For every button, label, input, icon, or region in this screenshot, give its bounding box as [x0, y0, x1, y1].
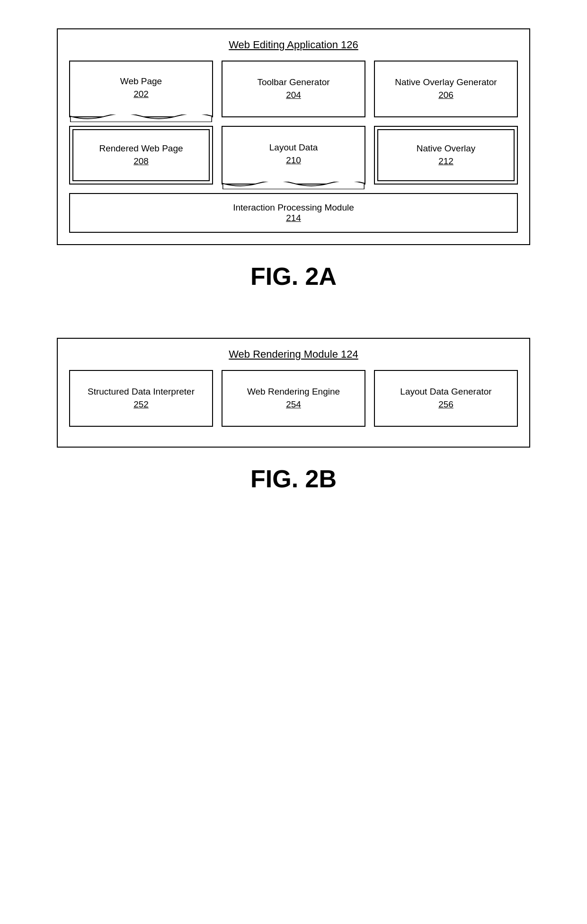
structured-data-interpreter-252-label: Structured Data Interpreter252 — [88, 386, 195, 411]
native-overlay-generator-206-label: Native Overlay Generator206 — [395, 76, 497, 101]
fig2a-section: Web Editing Application 126 Web Page202 … — [57, 28, 530, 309]
toolbar-generator-204-label: Toolbar Generator204 — [257, 76, 329, 101]
row2-grid: Rendered Web Page208 Layout Data210 Nati… — [69, 126, 518, 185]
layout-data-210-box: Layout Data210 — [222, 126, 365, 185]
fig2a-label: FIG. 2A — [57, 262, 530, 290]
native-overlay-generator-206-box: Native Overlay Generator206 — [374, 61, 518, 117]
layout-data-generator-256-label: Layout Data Generator256 — [400, 386, 491, 411]
rendered-web-page-208-box: Rendered Web Page208 — [72, 129, 210, 181]
wave-202 — [70, 114, 212, 122]
toolbar-generator-204-box: Toolbar Generator204 — [222, 61, 365, 117]
fig2b-row1-grid: Structured Data Interpreter252 Web Rende… — [69, 370, 518, 427]
interaction-processing-module-box: Interaction Processing Module 214 — [69, 193, 518, 233]
native-overlay-212-outer: Native Overlay212 — [374, 126, 518, 185]
wrm-title-text: Web Rendering Module — [229, 348, 341, 360]
interaction-processing-module-label: Interaction Processing Module 214 — [76, 202, 511, 223]
web-page-202-label: Web Page202 — [120, 75, 162, 100]
web-editing-application-box: Web Editing Application 126 Web Page202 … — [57, 28, 530, 245]
web-rendering-engine-254-label: Web Rendering Engine254 — [247, 386, 340, 411]
fig2b-section: Web Rendering Module 124 Structured Data… — [57, 338, 530, 512]
rendered-web-page-208-label: Rendered Web Page208 — [99, 142, 183, 167]
title-text: Web Editing Application — [229, 39, 341, 51]
ipm-num: 214 — [286, 213, 301, 223]
title-num: 126 — [341, 39, 358, 51]
rendered-web-page-208-outer: Rendered Web Page208 — [69, 126, 213, 185]
fig2b-label: FIG. 2B — [57, 465, 530, 493]
native-overlay-212-label: Native Overlay212 — [417, 142, 476, 167]
layout-data-generator-256-box: Layout Data Generator256 — [374, 370, 518, 427]
wave-210 — [222, 182, 365, 189]
layout-data-210-label: Layout Data210 — [269, 141, 318, 167]
wrm-title-num: 124 — [341, 348, 358, 360]
structured-data-interpreter-252-box: Structured Data Interpreter252 — [69, 370, 213, 427]
web-page-202-box: Web Page202 — [69, 61, 213, 117]
web-rendering-module-box: Web Rendering Module 124 Structured Data… — [57, 338, 530, 448]
row1-grid: Web Page202 Toolbar Generator204 Native … — [69, 61, 518, 117]
web-rendering-module-title: Web Rendering Module 124 — [69, 348, 518, 361]
web-rendering-engine-254-box: Web Rendering Engine254 — [222, 370, 365, 427]
web-editing-application-title: Web Editing Application 126 — [69, 39, 518, 51]
native-overlay-212-box: Native Overlay212 — [377, 129, 515, 181]
